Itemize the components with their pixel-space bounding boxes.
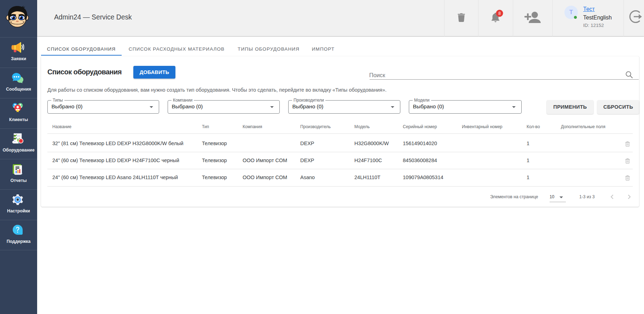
svg-text:8: 8 bbox=[498, 11, 501, 16]
